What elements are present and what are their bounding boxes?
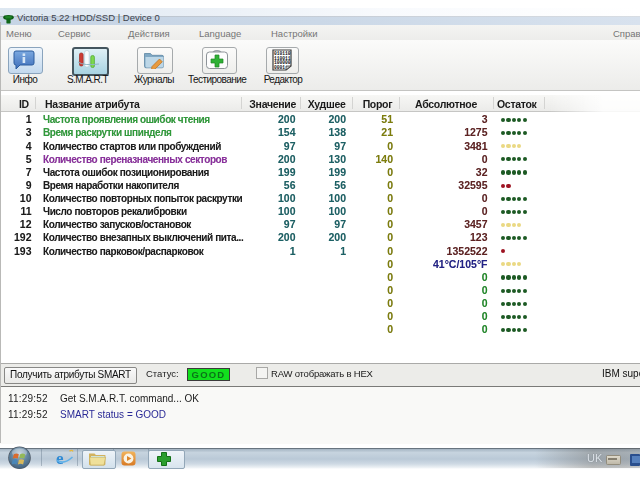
svg-text:0001: 0001 (274, 65, 285, 70)
svg-text:e: e (56, 449, 64, 467)
